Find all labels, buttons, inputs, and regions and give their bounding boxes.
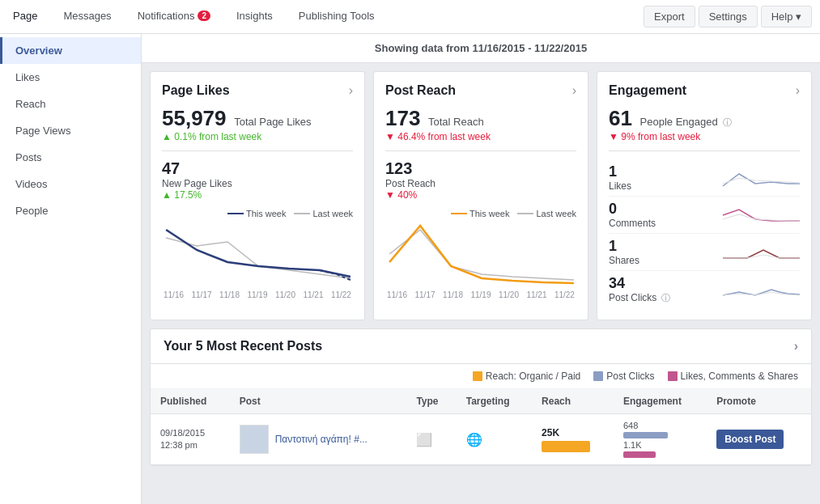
posts-table: Published Post Type Targeting Reach Enga… xyxy=(151,389,811,465)
post-title[interactable]: Παντοτινή αγάπη! #... xyxy=(275,434,368,445)
legend-lcs-dot xyxy=(668,371,678,381)
recent-posts-title: Your 5 Most Recent Posts xyxy=(164,339,322,354)
engagement-card: Engagement › 61 People Engaged ⓘ ▼ 9% fr… xyxy=(597,71,812,320)
sidebar-item-posts[interactable]: Posts xyxy=(0,144,141,171)
engagement-post-clicks-row: 34 Post Clicks ⓘ xyxy=(609,271,800,308)
engagement-likes-row: 1 Likes xyxy=(609,159,800,197)
sidebar-item-reach[interactable]: Reach xyxy=(0,91,141,117)
col-published: Published xyxy=(151,389,230,414)
engagement-comments-row: 0 Comments xyxy=(609,197,800,234)
engagement-total: 61 People Engaged ⓘ xyxy=(609,106,800,131)
post-reach-sub-label: Post Reach xyxy=(385,178,576,189)
nav-publishing-tools[interactable]: Publishing Tools xyxy=(286,0,388,33)
legend-this-week: This week xyxy=(227,209,287,218)
page-likes-trend: ▲ 0.1% from last week xyxy=(162,131,353,142)
nav-notifications[interactable]: Notifications 2 xyxy=(125,0,223,33)
post-reach-arrow[interactable]: › xyxy=(572,83,576,98)
nav-insights[interactable]: Insights xyxy=(223,0,286,33)
posts-table-body: 09/18/2015 12:38 pm Παντοτινή αγάπη! #..… xyxy=(151,414,811,465)
nav-left: Page Messages Notifications 2 Insights P… xyxy=(0,0,388,33)
export-button[interactable]: Export xyxy=(644,6,695,28)
engagement-top: 648 xyxy=(623,421,697,430)
nav-messages[interactable]: Messages xyxy=(50,0,124,33)
post-thumbnail xyxy=(240,425,269,454)
post-clicks-label: Post Clicks ⓘ xyxy=(609,292,670,304)
promote-cell: Boost Post xyxy=(707,414,811,465)
new-page-likes-label: New Page Likes xyxy=(162,178,353,189)
engagement-trend: ▼ 9% from last week xyxy=(609,131,800,142)
sidebar-item-page-views[interactable]: Page Views xyxy=(0,117,141,144)
table-row: 09/18/2015 12:38 pm Παντοτινή αγάπη! #..… xyxy=(151,414,811,465)
post-reach-trend: ▼ 46.4% from last week xyxy=(385,131,576,142)
targeting-icon: 🌐 xyxy=(466,433,482,447)
post-reach-chart-area: This week Last week 11/1 xyxy=(385,209,576,299)
sidebar-item-likes[interactable]: Likes xyxy=(0,64,141,91)
nav-right: Export Settings Help ▾ xyxy=(644,0,820,33)
page-likes-title: Page Likes xyxy=(162,83,230,98)
post-reach-chart xyxy=(385,222,576,286)
legend-last-week-gray: Last week xyxy=(517,209,576,218)
legend-this-week-orange: This week xyxy=(451,209,510,218)
legend-likes-comments-shares: Likes, Comments & Shares xyxy=(668,371,798,382)
legend-gray-line xyxy=(517,213,533,214)
post-reach-legend: This week Last week xyxy=(385,209,576,218)
likes-num: 1 xyxy=(609,163,631,180)
top-navigation: Page Messages Notifications 2 Insights P… xyxy=(0,0,820,34)
reach-value: 25K xyxy=(542,427,604,438)
post-clicks-num: 34 xyxy=(609,275,670,292)
new-page-likes-num: 47 xyxy=(162,159,353,178)
legend-last-week-line xyxy=(294,213,310,214)
recent-posts-panel: Your 5 Most Recent Posts › Reach: Organi… xyxy=(150,328,812,466)
likes-sparkline xyxy=(719,166,800,190)
col-post: Post xyxy=(230,389,407,414)
total-page-likes-num: 55,979 xyxy=(162,106,227,130)
legend-reach: Reach: Organic / Paid xyxy=(473,371,580,382)
total-reach-num: 173 xyxy=(385,106,420,130)
overview-cards: Page Likes › 55,979 Total Page Likes ▲ 0… xyxy=(142,63,820,328)
content-area: Showing data from 11/16/2015 - 11/22/201… xyxy=(142,34,820,504)
legend-reach-dot xyxy=(473,371,482,381)
legend-last-week: Last week xyxy=(294,209,353,218)
post-type-icon: ⬜ xyxy=(416,433,432,447)
legend-post-clicks: Post Clicks xyxy=(593,371,654,382)
reach-bar xyxy=(542,441,590,452)
posts-table-head: Published Post Type Targeting Reach Enga… xyxy=(151,389,811,414)
post-clicks-sparkline xyxy=(719,277,800,302)
shares-sparkline xyxy=(719,240,800,265)
sidebar-item-videos[interactable]: Videos xyxy=(0,171,141,197)
page-likes-card: Page Likes › 55,979 Total Page Likes ▲ 0… xyxy=(150,71,365,320)
col-targeting: Targeting xyxy=(457,389,532,414)
page-likes-chart-area: This week Last week xyxy=(162,209,353,299)
post-clicks-info-icon: ⓘ xyxy=(661,293,670,303)
post-reach-dates: 11/16 11/17 11/18 11/19 11/20 11/21 11/2… xyxy=(385,290,576,299)
engagement-bar-clicks xyxy=(623,432,668,438)
total-reach-label: Total Reach xyxy=(428,116,484,128)
help-button[interactable]: Help ▾ xyxy=(761,6,812,28)
col-promote: Promote xyxy=(707,389,811,414)
engagement-title: Engagement xyxy=(609,83,686,98)
page-likes-total: 55,979 Total Page Likes xyxy=(162,106,353,131)
date-range: 11/16/2015 - 11/22/2015 xyxy=(472,42,587,54)
boost-post-button[interactable]: Boost Post xyxy=(716,430,784,449)
engagement-arrow[interactable]: › xyxy=(796,83,800,98)
sidebar-item-overview[interactable]: Overview xyxy=(0,37,141,64)
main-container: Overview Likes Reach Page Views Posts Vi… xyxy=(0,34,820,504)
post-reach-total: 173 Total Reach xyxy=(385,106,576,131)
post-reach-sub-trend: ▼ 40% xyxy=(385,189,576,201)
reach-cell: 25K xyxy=(532,414,614,465)
settings-button[interactable]: Settings xyxy=(699,6,758,28)
page-likes-arrow[interactable]: › xyxy=(349,83,353,98)
post-cell: Παντοτινή αγάπη! #... xyxy=(230,414,407,465)
date-range-bar: Showing data from 11/16/2015 - 11/22/201… xyxy=(142,34,820,63)
people-engaged-num: 61 xyxy=(609,106,632,130)
sidebar-item-people[interactable]: People xyxy=(0,197,141,224)
engagement-bar-lcs xyxy=(623,451,656,458)
comments-num: 0 xyxy=(609,201,656,218)
page-likes-chart xyxy=(162,222,353,286)
recent-posts-arrow[interactable]: › xyxy=(794,339,798,354)
targeting-cell: 🌐 xyxy=(457,414,532,465)
post-reach-title: Post Reach xyxy=(385,83,456,98)
page-likes-dates: 11/16 11/17 11/18 11/19 11/20 11/21 11/2… xyxy=(162,290,353,299)
post-reach-header: Post Reach › xyxy=(385,83,576,98)
nav-page[interactable]: Page xyxy=(0,0,50,33)
